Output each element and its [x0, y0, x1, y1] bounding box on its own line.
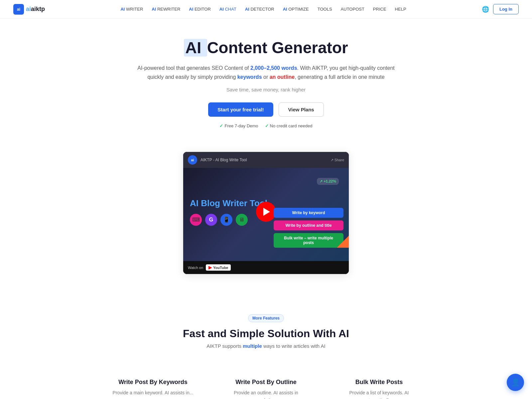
video-play-button[interactable]	[256, 202, 276, 222]
video-header: ai AIKTP - AI Blog Write Tool ↗ Share	[183, 152, 349, 168]
view-plans-button[interactable]: View Plans	[279, 102, 324, 117]
nav-ai-editor[interactable]: AI EDITOR	[186, 5, 214, 14]
start-trial-button[interactable]: Start your free trial!	[208, 102, 273, 117]
icon-screen: 🖥	[236, 214, 248, 226]
video-share-button[interactable]: ↗ Share	[331, 158, 344, 162]
nav-ai-writer[interactable]: AI WRITER	[117, 5, 146, 14]
nav-ai-chat[interactable]: AI CHAT	[216, 5, 240, 14]
nav-tools[interactable]: TOOLS	[314, 5, 335, 14]
outline-highlight: an outline	[270, 74, 295, 80]
watch-on-label: Watch on	[188, 266, 203, 270]
badge-no-credit-card: ✓No credit card needed	[265, 123, 313, 128]
feature-card-outline: Write Post By Outline Provide an outline…	[216, 372, 316, 399]
keywords-highlight: keywords	[237, 74, 262, 80]
features-title: Fast and Simple Solution With AI	[13, 328, 519, 340]
icon-keyboard: ⌨	[190, 214, 202, 226]
feature-card-desc-2: Provide an outline. AI assists in comple…	[223, 389, 309, 399]
icon-g: G	[205, 214, 217, 226]
feature-card-bulk: Bulk Write Posts Provide a list of keywo…	[329, 372, 429, 399]
video-app-icons: ⌨ G 📱 🖥	[190, 214, 248, 226]
video-body: ↗ +1.22% AI Blog Writer Tool ⌨ G 📱 🖥	[183, 168, 349, 261]
nav-autopost[interactable]: AUTOPOST	[337, 5, 368, 14]
video-title: AIKTP - AI Blog Write Tool	[200, 158, 247, 162]
corner-accent	[337, 236, 349, 248]
feature-card-title-3: Bulk Write Posts	[336, 379, 422, 386]
feature-card-title-1: Write Post By Keywords	[110, 379, 196, 386]
icon-mobile: 📱	[220, 214, 232, 226]
logo[interactable]: ai aiaiktp	[13, 4, 45, 15]
feature-button-bulk[interactable]: Bulk write – write multiple posts	[274, 233, 343, 248]
nav-help[interactable]: HELP	[392, 5, 410, 14]
more-features-section: More Features Fast and Simple Solution W…	[0, 294, 532, 362]
feature-card-desc-3: Provide a list of keywords. AI automatic…	[336, 389, 422, 399]
navbar: ai aiaiktp AI WRITER AI REWRITER AI EDIT…	[0, 0, 532, 19]
chat-icon: 👤	[511, 378, 520, 387]
nav-ai-optimize[interactable]: AI OPTIMIZE	[280, 5, 312, 14]
nav-links: AI WRITER AI REWRITER AI EDITOR AI CHAT …	[117, 5, 409, 14]
youtube-logo-icon: ▶	[208, 265, 212, 270]
play-triangle-icon	[263, 208, 270, 216]
nav-price[interactable]: PRICE	[370, 5, 390, 14]
hero-title: AI Content Generator	[130, 39, 402, 57]
graph-badge: ↗ +1.22%	[317, 178, 339, 185]
video-logo: ai	[188, 155, 197, 165]
hero-section: AI Content Generator AI-powered tool tha…	[116, 19, 416, 142]
floating-chat-button[interactable]: 👤	[507, 374, 524, 391]
feature-cards: Write Post By Keywords Provide a main ke…	[83, 362, 449, 399]
hero-description: AI-powered tool that generates SEO Conte…	[130, 64, 402, 81]
logo-icon: ai	[13, 4, 24, 15]
feature-card-title-2: Write Post By Outline	[223, 379, 309, 386]
language-button[interactable]: 🌐	[482, 6, 489, 13]
badge-free-trial: ✓Free 7-day Demo	[219, 123, 258, 128]
video-embed: ai AIKTP - AI Blog Write Tool ↗ Share ↗ …	[183, 152, 349, 274]
features-badge: More Features	[248, 314, 284, 322]
hero-badges: ✓Free 7-day Demo ✓No credit card needed	[130, 123, 402, 128]
youtube-badge[interactable]: ▶ YouTube	[206, 264, 231, 271]
video-footer: Watch on ▶ YouTube	[183, 261, 349, 274]
features-subtitle: AIKTP supports multiple ways to write ar…	[13, 343, 519, 349]
hero-buttons: Start your free trial! View Plans	[130, 102, 402, 117]
feature-card-keywords: Write Post By Keywords Provide a main ke…	[103, 372, 203, 399]
feature-button-keyword[interactable]: Write by keyword	[274, 208, 343, 218]
hero-tagline: Save time, save money, rank higher	[130, 87, 402, 92]
login-button[interactable]: Log In	[493, 4, 519, 14]
nav-actions: 🌐 Log In	[482, 4, 519, 14]
feature-button-outline[interactable]: Write by outline and title	[274, 220, 343, 230]
logo-text: aiaiktp	[26, 6, 45, 13]
word-range: 2,000–2,500 words	[250, 65, 297, 71]
nav-ai-detector[interactable]: AI DETECTOR	[242, 5, 278, 14]
nav-ai-rewriter[interactable]: AI REWRITER	[148, 5, 184, 14]
feature-card-desc-1: Provide a main keyword. AI assists in...	[110, 389, 196, 396]
